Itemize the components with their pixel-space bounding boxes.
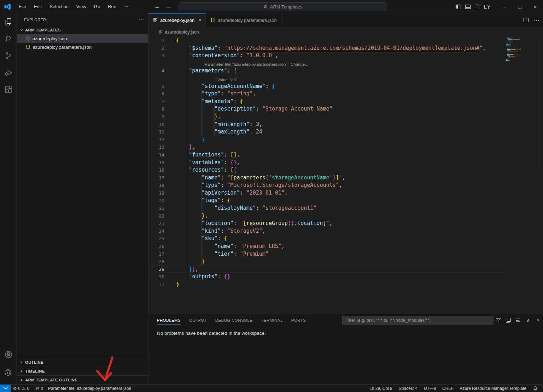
code-line-16[interactable]: 16 "resources": [{: [148, 166, 504, 174]
bottom-panel: PROBLEMSOUTPUTDEBUG CONSOLETERMINALPORTS…: [148, 314, 543, 384]
code-text: "contentVersion": "1.0.0.0",: [176, 52, 278, 60]
panel-tab-ports[interactable]: PORTS: [291, 314, 306, 326]
split-editor-icon[interactable]: [523, 17, 529, 23]
indentation[interactable]: Spaces: 4: [396, 385, 421, 392]
toggle-sidebar-icon[interactable]: [455, 4, 461, 10]
editor-more-actions-icon[interactable]: ⋯: [534, 17, 539, 24]
panel-tab-output[interactable]: OUTPUT: [189, 314, 207, 326]
open-in-editor-icon[interactable]: [503, 317, 513, 323]
panel-tab-problems[interactable]: PROBLEMS: [157, 314, 181, 326]
manage-icon[interactable]: [0, 364, 17, 382]
nav-back-icon[interactable]: ←: [154, 3, 160, 10]
source-control-icon[interactable]: [0, 47, 17, 64]
code-line-6[interactable]: 6 "type": "string",: [148, 90, 504, 98]
code-line-21[interactable]: 21 "displayName": "storageaccount1": [148, 204, 504, 212]
code-line-4[interactable]: 4 "parameters": {: [148, 67, 504, 75]
close-panel-icon[interactable]: ×: [533, 317, 543, 323]
chevron-right-icon: [18, 360, 24, 365]
file-azuredeploy.json[interactable]: azuredeploy.json: [17, 34, 148, 43]
code-line-10[interactable]: 10 "minLength": 3,: [148, 121, 504, 129]
filter-icon[interactable]: [494, 317, 503, 323]
code-editor[interactable]: 1{2 "$schema": "https://schema.managemen…: [148, 37, 543, 314]
file-label: azuredeploy.json: [33, 36, 67, 41]
file-azuredeploy.parameters.json[interactable]: {}azuredeploy.parameters.json: [17, 43, 148, 51]
search-icon[interactable]: [0, 30, 17, 47]
window-close-button[interactable]: ×: [527, 0, 543, 13]
code-line-2[interactable]: 2 "$schema": "https://schema.management.…: [148, 44, 504, 52]
tab-close-icon[interactable]: ×: [198, 17, 201, 23]
code-line-5[interactable]: 5 "storageAccountName": {: [148, 83, 504, 90]
toggle-panel-icon[interactable]: [465, 4, 471, 10]
view-mode-icon[interactable]: [513, 317, 523, 323]
toggle-secondary-sidebar-icon[interactable]: [474, 4, 480, 10]
window-minimize-button[interactable]: −: [496, 0, 512, 13]
encoding[interactable]: UTF-8: [421, 385, 439, 392]
code-line-15[interactable]: 15 "variables": {},: [148, 159, 504, 167]
window-maximize-button[interactable]: □: [512, 0, 527, 13]
minimap[interactable]: [505, 37, 537, 64]
code-line-26[interactable]: 26 "name": "Premium_LRS",: [148, 243, 504, 250]
menu-[interactable]: ⋯: [121, 2, 132, 11]
explorer-more-actions-icon[interactable]: ⋯: [139, 17, 144, 23]
codelens-text[interactable]: Parameter file: "azuredeploy.parameters.…: [192, 62, 308, 67]
section-arm-templates[interactable]: ARM TEMPLATES: [17, 26, 148, 34]
nav-forward-icon[interactable]: →: [165, 3, 171, 10]
section-timeline[interactable]: TIMELINE: [17, 367, 148, 375]
code-line-27[interactable]: 27 "tier": "Premium": [148, 250, 504, 258]
code-line-9[interactable]: 9 },: [148, 113, 504, 121]
codelens-row[interactable]: Value: "ab": [148, 75, 504, 83]
code-line-17[interactable]: 17 "name": "[parameters('storageAccountN…: [148, 174, 504, 182]
code-line-3[interactable]: 3 "contentVersion": "1.0.0.0",: [148, 52, 504, 60]
problems-filter-input[interactable]: [342, 316, 494, 325]
run-and-debug-icon[interactable]: [0, 64, 17, 81]
code-line-23[interactable]: 23 "location": "[resourceGroup().locatio…: [148, 220, 504, 227]
ports-status[interactable]: 0: [32, 385, 46, 392]
language-mode[interactable]: Azure Resource Manager Template: [456, 385, 530, 392]
tab-azuredeploy.json[interactable]: azuredeploy.json×: [148, 13, 206, 27]
notifications-bell-icon[interactable]: [530, 385, 541, 392]
code-line-14[interactable]: 14 "functions": [],: [148, 151, 504, 159]
code-line-18[interactable]: 18 "type": "Microsoft.Storage/storageAcc…: [148, 182, 504, 189]
menu-file[interactable]: File: [16, 2, 29, 11]
code-line-13[interactable]: 13 },: [148, 143, 504, 151]
menu-edit[interactable]: Edit: [31, 2, 45, 11]
code-line-19[interactable]: 19 "apiVersion": "2023-01-01",: [148, 189, 504, 197]
panel-tab-debug-console[interactable]: DEBUG CONSOLE: [215, 314, 253, 326]
section-arm-template-outline[interactable]: ARM TEMPLATE OUTLINE: [17, 375, 148, 384]
menu-run[interactable]: Run: [105, 2, 119, 11]
accounts-icon[interactable]: [0, 345, 17, 364]
remote-indicator[interactable]: ><: [0, 385, 11, 392]
panel-tab-terminal[interactable]: TERMINAL: [261, 314, 282, 326]
code-line-28[interactable]: 28 }: [148, 258, 504, 266]
code-line-1[interactable]: 1{: [148, 37, 504, 44]
code-line-31[interactable]: 31}: [148, 281, 504, 289]
problems-status[interactable]: ⊗ 0 ⚠ 0: [11, 385, 32, 392]
explorer-icon[interactable]: [0, 13, 17, 30]
menu-selection[interactable]: Selection: [46, 2, 71, 11]
section-outline[interactable]: OUTLINE: [17, 358, 148, 367]
extensions-icon[interactable]: [0, 81, 17, 98]
customize-layout-icon[interactable]: [484, 4, 490, 10]
tab-azuredeploy.parameters.json[interactable]: {}azuredeploy.parameters.json: [206, 13, 281, 27]
breadcrumb[interactable]: azuredeploy.json: [148, 27, 543, 37]
command-center-search[interactable]: ARM Templates: [179, 2, 387, 11]
codelens-row[interactable]: Parameter file: "azuredeploy.parameters.…: [148, 60, 504, 67]
code-line-12[interactable]: 12 }: [148, 136, 504, 144]
code-line-11[interactable]: 11 "maxLength": 24: [148, 128, 504, 136]
code-line-29[interactable]: 29 }],: [148, 266, 504, 273]
code-line-8[interactable]: 8 "description": "Storage Account Name": [148, 105, 504, 113]
menu-view[interactable]: View: [73, 2, 89, 11]
code-line-20[interactable]: 20 "tags": {: [148, 197, 504, 204]
cursor-position[interactable]: Ln 29, Col 8: [366, 385, 396, 392]
code-line-30[interactable]: 30 "outputs": {}: [148, 273, 504, 281]
code-line-7[interactable]: 7 "metadata": {: [148, 98, 504, 106]
menu-go[interactable]: Go: [91, 2, 103, 11]
editor-scrollbar[interactable]: [538, 37, 538, 167]
code-line-22[interactable]: 22 },: [148, 212, 504, 220]
eol-sequence[interactable]: CRLF: [439, 385, 456, 392]
code-line-24[interactable]: 24 "kind": "StorageV2",: [148, 227, 504, 235]
parameter-file-status[interactable]: Parameter file: azuredeploy.parameters.j…: [46, 385, 134, 392]
codelens-text[interactable]: Value: "ab": [192, 78, 237, 83]
maximize-panel-icon[interactable]: ∧: [523, 317, 533, 323]
code-line-25[interactable]: 25 "sku": {: [148, 235, 504, 243]
